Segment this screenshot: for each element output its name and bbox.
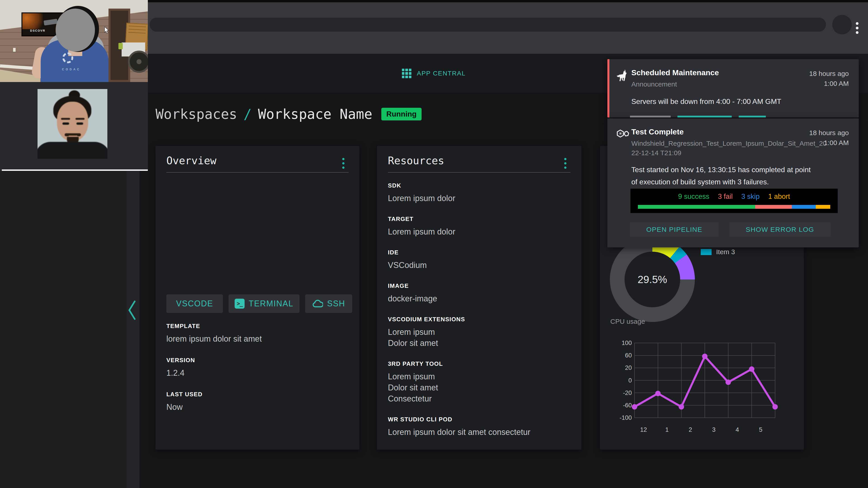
resource-section: IMAGEdocker-image [388,283,570,304]
result-count: 9 success [678,193,709,201]
resource-section: TARGETLorem ipsum dolor [388,216,570,237]
notification-timestamp: 18 hours ago 1:00 AM [809,69,849,89]
divider [388,172,570,173]
svg-text:-20: -20 [623,390,632,396]
vscode-button[interactable]: VSCODE [166,294,223,313]
cpu-usage-label: CPU usage [610,318,645,325]
svg-text:5: 5 [759,426,763,433]
video-call-window: DSCOVR CODAC [0,0,148,171]
result-count: 1 abort [768,193,790,201]
app-grid-icon [402,69,411,78]
overview-field: VERSION1.2.4 [166,357,262,378]
notification-subtitle: Windshield_Regression_Test_Lorem_Ipsum_D… [631,139,827,158]
svg-text:-100: -100 [620,414,632,421]
resources-card-menu-kebab-icon[interactable] [564,156,566,171]
svg-text:12: 12 [640,426,647,433]
unicorn-icon [616,69,629,82]
breadcrumb-separator: / [243,106,252,122]
button-label: SSH [327,299,345,308]
time: 1:00 AM [809,138,849,148]
left-sidebar [0,171,140,488]
url-bar[interactable] [150,18,826,32]
ssh-button[interactable]: SSH [305,294,352,313]
resource-section: 3RD PARTY TOOLLorem ipsumDolor sit ametC… [388,360,570,404]
green-cup [119,43,123,49]
notification-title: Scheduled Maintenance [631,68,719,77]
clipped-action-row [630,116,845,118]
notification-scheduled-maintenance[interactable]: Scheduled Maintenance Announcement 18 ho… [608,59,859,118]
svg-text:✳: ✳ [619,131,622,136]
time-ago: 18 hours ago [809,69,849,78]
divider [166,172,348,173]
screen: APP CENTRAL Workspaces / Workspace Name … [0,0,868,488]
svg-text:3: 3 [712,426,715,433]
legend-swatch [701,249,712,255]
mouse-cursor-icon [104,27,110,34]
svg-text:2: 2 [689,426,692,433]
breadcrumb-workspaces[interactable]: Workspaces [156,106,237,122]
resource-section: SDKLorem ipsum dolor [388,182,570,204]
donut-legend-item-3[interactable]: Item 3 [701,248,735,256]
video-call-divider [2,169,148,171]
shirt-logo-icon [62,53,73,63]
button-label: VSCODE [176,299,213,308]
notification-test-complete[interactable]: ✳ Test Complete Windshield_Regression_Te… [608,119,859,248]
terminal-button[interactable]: >_TERMINAL [228,294,300,313]
resource-section: VSCODIUM EXTENSIONSLorem ipsumDolor sit … [388,316,570,349]
resource-section: IDEVSCodium [388,249,570,271]
time: 1:00 AM [809,78,849,89]
overview-actions: VSCODE>_TERMINALSSH [166,294,352,313]
result-count: 3 fail [718,193,733,201]
svg-text:4: 4 [736,426,739,433]
overview-card-title: Overview [166,155,217,167]
resources-card: Resources SDKLorem ipsum dolorTARGETLore… [377,146,581,450]
cloud-icon [312,300,323,307]
shirt-text: CODAC [56,68,87,71]
status-badge: Running [381,108,422,121]
test-result-counts: 9 success3 fail3 skip1 abort [630,193,838,201]
overview-card-menu-kebab-icon[interactable] [342,156,344,171]
svg-text:-60: -60 [623,402,632,409]
sidebar-rail [127,171,140,488]
notification-body: Servers will be down from 4:00 - 7:00 AM… [631,95,781,107]
overview-field: TEMPLATElorem ipsum dolor sit amet [166,323,262,344]
app-central-label: APP CENTRAL [417,70,466,77]
open-pipeline-button[interactable]: OPEN PIPELINE [630,222,719,237]
overview-field: LAST USEDNow [166,391,262,412]
show-error-log-button[interactable]: SHOW ERROR LOG [730,222,831,237]
test-icon: ✳ [616,128,630,141]
svg-text:0: 0 [628,377,632,384]
result-count: 3 skip [741,193,760,201]
participant-photo [37,89,107,159]
black-tshirt [37,142,107,159]
webcam-feed: DSCOVR CODAC [0,0,148,82]
resources-card-title: Resources [388,155,444,167]
resources-sections: SDKLorem ipsum dolorTARGETLorem ipsum do… [388,182,570,449]
notification-actions: OPEN PIPELINE SHOW ERROR LOG [630,222,831,237]
browser-menu-kebab-icon[interactable] [856,20,859,36]
notification-body: Test started on Nov 16, 13:30:15 has com… [631,164,853,188]
cpu-usage-line-chart: 10060200-20-60-1001212345 [617,337,798,441]
donut-percentage: 29.5% [638,273,667,286]
overview-fields: TEMPLATElorem ipsum dolor sit ametVERSIO… [166,323,262,425]
svg-text:1: 1 [665,426,669,433]
wall-outlet [13,48,16,52]
resource-section: WR STUDIO CLI PODLorem ipsum dolor sit a… [388,416,570,437]
notification-timestamp: 18 hours ago 1:00 AM [809,128,849,148]
browser-avatar[interactable] [832,15,852,34]
button-label: TERMINAL [249,299,293,308]
page-title: Workspace Name [258,106,372,122]
floor-fan [128,51,148,73]
notification-subtitle: Announcement [631,79,677,89]
svg-text:20: 20 [625,364,632,371]
app-central-link[interactable]: APP CENTRAL [402,69,466,78]
test-results-bar: 9 success3 fail3 skip1 abort [630,189,838,213]
anonymized-face-circle [56,8,95,52]
time-ago: 18 hours ago [809,128,849,138]
notification-title: Test Complete [631,127,684,136]
alert-accent-stripe [608,59,610,118]
svg-text:60: 60 [625,352,632,359]
collapse-sidebar-chevron-icon[interactable] [127,300,137,320]
breadcrumb: Workspaces / Workspace Name Running [156,106,422,122]
terminal-icon: >_ [235,299,245,308]
